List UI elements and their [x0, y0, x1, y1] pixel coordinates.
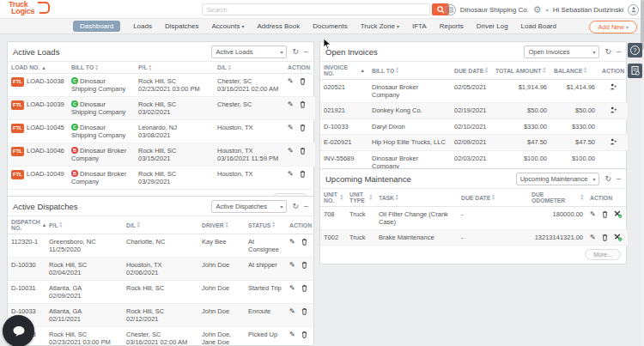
delete-icon[interactable] [300, 170, 306, 178]
edit-icon[interactable]: ✎ [590, 211, 596, 218]
table-row: D-10030 Rock Hill, SC02/04/2021 Houston,… [8, 258, 314, 281]
table-row: 112320-1 Greensboro, NC11/25/2020 Charlo… [8, 234, 314, 258]
nav-tab-documents[interactable]: Documents [313, 22, 347, 30]
gear-icon[interactable]: ⚙ [533, 5, 542, 15]
column-header-due-date[interactable]: Due Date▴▾ [458, 189, 528, 207]
collapse-icon[interactable]: – [304, 48, 308, 56]
sort-icon: ▴▾ [340, 194, 343, 200]
edit-icon[interactable]: ✎ [288, 171, 294, 178]
nav-tab-accounts[interactable]: Accounts▾ [212, 22, 245, 30]
collapse-icon[interactable]: – [304, 203, 308, 210]
refresh-icon[interactable]: ↻ [605, 175, 611, 183]
complete-maintenance-wrench-icon[interactable] [614, 234, 623, 241]
company-name[interactable]: Dinosaur Shipping Co. [460, 6, 529, 14]
edit-icon[interactable]: ✎ [288, 124, 294, 131]
column-header-status[interactable]: Status▴▾ [245, 216, 286, 234]
more-button[interactable]: More... [585, 249, 621, 260]
dispatch-status: At Consignee [245, 234, 286, 258]
nav-tab-loads[interactable]: Loads [133, 22, 152, 30]
chat-widget-button[interactable] [3, 315, 34, 346]
add-new-button[interactable]: Add New ▾ [589, 21, 637, 33]
nav-tab-reports[interactable]: Reports [440, 22, 464, 30]
refresh-icon[interactable]: ↻ [605, 48, 611, 56]
sort-asc-icon: ▲ [361, 68, 365, 73]
column-header-task[interactable]: Task▴▾ [375, 189, 458, 207]
column-header-due-odometer[interactable]: Due Odometer▴▾ [528, 189, 586, 207]
delete-icon[interactable] [300, 147, 306, 155]
column-header-bill-to[interactable]: Bill To▴▾ [368, 62, 451, 80]
load-type-badge: FTL [11, 147, 24, 156]
column-header-balance[interactable]: Balance▴▾ [550, 62, 598, 80]
edit-icon[interactable]: ✎ [289, 239, 295, 246]
search-input[interactable] [202, 3, 430, 15]
column-header-pl[interactable]: P/L▴▾ [46, 216, 123, 234]
side-help-buttons: ? [628, 43, 642, 78]
column-header-pl[interactable]: P/L▴▾ [135, 62, 214, 74]
sort-icon: ▴▾ [485, 67, 488, 73]
nav-tab-ifta[interactable]: IFTA [412, 22, 427, 30]
column-header-bill-to[interactable]: Bill To▴▾ [68, 62, 135, 74]
maintenance-filter-select[interactable]: Upcoming Maintenance▾ [516, 173, 600, 185]
edit-icon[interactable]: ✎ [590, 234, 596, 241]
nav-tab-load-board[interactable]: Load Board [521, 22, 556, 30]
delete-icon[interactable] [300, 77, 306, 85]
dispatches-filter-select[interactable]: Active Dispatches▾ [211, 200, 287, 213]
collapse-icon[interactable]: – [617, 48, 621, 56]
collapse-icon[interactable]: – [617, 175, 621, 183]
delete-icon[interactable] [301, 331, 307, 338]
nav-tab-dashboard[interactable]: Dashboard [73, 21, 120, 32]
delete-icon[interactable] [301, 284, 307, 292]
edit-icon[interactable]: ✎ [289, 308, 295, 315]
edit-icon[interactable]: ✎ [289, 331, 295, 338]
column-header-dl[interactable]: D/L▴▾ [123, 216, 198, 234]
delete-icon[interactable] [602, 210, 608, 218]
record-payment-icon[interactable] [610, 83, 617, 90]
invoices-filter-select[interactable]: Open Invoices▾ [524, 46, 599, 58]
main-nav: Dashboard Loads Dispatches Accounts▾ Add… [0, 19, 644, 34]
record-payment-icon[interactable] [610, 106, 617, 113]
delete-icon[interactable] [300, 124, 306, 131]
customer-badge: C [71, 77, 78, 84]
delete-icon[interactable] [301, 238, 307, 246]
edit-icon[interactable]: ✎ [288, 78, 294, 85]
document-gear-icon [631, 66, 640, 76]
user-avatar-icon[interactable] [628, 4, 639, 15]
delete-icon[interactable] [301, 261, 307, 269]
trucklogics-logo[interactable]: Truck Logics [9, 1, 34, 15]
refresh-icon[interactable]: ↻ [292, 48, 299, 56]
column-header-total-amount[interactable]: Total Amount▴▾ [492, 62, 550, 80]
column-header-unit-type[interactable]: Unit Type▴▾ [346, 189, 375, 207]
delete-icon[interactable] [300, 100, 306, 108]
loads-filter-select[interactable]: Active Loads▾ [211, 46, 287, 58]
sort-icon: ▴▾ [492, 194, 495, 200]
nav-tab-address-book[interactable]: Address Book [257, 22, 300, 30]
column-header-unit-no[interactable]: Unit No.▴▾ [320, 189, 346, 207]
edit-icon[interactable]: ✎ [289, 262, 295, 269]
nav-tab-truck-zone[interactable]: Truck Zone▾ [361, 22, 399, 30]
refresh-icon[interactable]: ↻ [292, 203, 299, 210]
record-payment-icon[interactable] [610, 138, 617, 145]
column-header-due-date[interactable]: Due Date▴▾ [451, 62, 492, 80]
settings-chevron-down-icon[interactable]: ▾ [546, 7, 549, 13]
column-header-dispatch-no[interactable]: Dispatch No.▲ [8, 216, 46, 234]
delete-icon[interactable] [301, 307, 307, 315]
edit-icon[interactable]: ✎ [289, 285, 295, 292]
chevron-down-icon: ▾ [397, 24, 399, 29]
column-header-driver[interactable]: Driver▴▾ [198, 216, 245, 234]
column-header-load-no[interactable]: Load No.▲ [8, 62, 68, 74]
column-header-dl[interactable]: D/L▴▾ [214, 62, 284, 74]
panel-title: Active Dispatches [13, 202, 206, 211]
table-row: FTLLOAD-10046 BDinosaur Broker Company R… [8, 143, 315, 167]
feedback-form-button[interactable] [628, 64, 642, 78]
dispatch-status: Enroute [245, 304, 286, 327]
edit-icon[interactable]: ✎ [288, 101, 294, 108]
nav-tab-driver-log[interactable]: Driver Log [477, 22, 508, 30]
column-header-invoice-no[interactable]: Invoice No.▲ [320, 62, 368, 80]
nav-tab-dispatches[interactable]: Dispatches [165, 22, 199, 30]
help-button[interactable]: ? [628, 43, 642, 58]
edit-icon[interactable]: ✎ [288, 148, 294, 155]
delete-icon[interactable] [602, 234, 608, 241]
table-row: FTLLOAD-10049 BDinosaur Broker Company R… [8, 167, 315, 190]
column-header-action: Action [284, 62, 315, 74]
complete-maintenance-wrench-icon[interactable] [614, 210, 623, 218]
